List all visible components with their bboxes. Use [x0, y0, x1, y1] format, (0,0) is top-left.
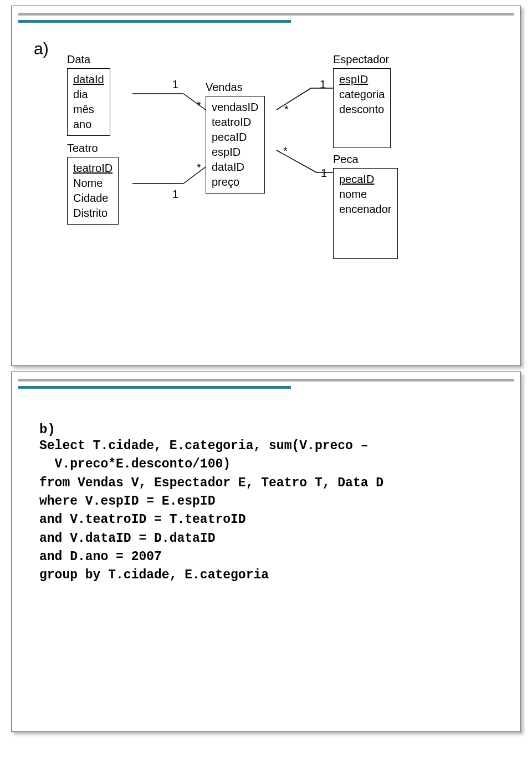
slide-accent-bars [18, 379, 514, 389]
entity-vendas-box: vendasID teatroID pecaID espID dataID pr… [206, 96, 265, 194]
entity-peca-title: Peca [333, 153, 398, 166]
attr: dataID [212, 160, 259, 175]
accent-bar-teal [18, 386, 291, 389]
card-peca-1: 1 [321, 167, 327, 180]
attr: Cidade [73, 191, 112, 206]
entity-peca: Peca pecaID nome encenador [333, 153, 398, 259]
attr: pecaID [339, 172, 392, 187]
attr: preço [212, 175, 259, 190]
entity-vendas-title: Vendas [206, 81, 265, 94]
card-esp-star: * [284, 103, 289, 116]
entity-espectador-title: Espectador [333, 53, 391, 66]
attr: espID [339, 72, 385, 87]
svg-line-6 [277, 150, 316, 172]
entity-peca-box: pecaID nome encenador [333, 168, 398, 259]
label-b: b) [39, 422, 493, 437]
attr: ano [73, 117, 104, 132]
card-teatro-star: * [197, 161, 201, 174]
card-peca-star: * [283, 145, 288, 157]
attr: nome [339, 187, 392, 202]
attr: teatroID [212, 115, 259, 130]
entity-teatro: Teatro teatroID Nome Cidade Distrito [67, 142, 119, 225]
er-diagram: Data dataId dia mês ano Teatro teatroID … [12, 23, 520, 344]
entity-espectador: Espectador espID categoria desconto [333, 53, 391, 148]
svg-line-1 [183, 94, 206, 110]
accent-bar-gray [18, 13, 514, 16]
entity-teatro-title: Teatro [67, 142, 119, 155]
slide-sql: b) Select T.cidade, E.categoria, sum(V.p… [11, 372, 521, 732]
entity-teatro-box: teatroID Nome Cidade Distrito [67, 157, 119, 225]
card-teatro-1: 1 [172, 188, 178, 201]
attr: vendasID [212, 100, 259, 115]
attr: teatroID [73, 161, 112, 176]
slide-er-diagram: a) Data dataId dia mês ano [11, 6, 521, 366]
attr: mês [73, 102, 104, 117]
attr: encenador [339, 202, 392, 217]
attr: desconto [339, 102, 385, 117]
attr: categoria [339, 87, 385, 102]
entity-espectador-box: espID categoria desconto [333, 68, 391, 148]
attr: dataId [73, 72, 104, 87]
accent-bar-gray [18, 379, 514, 382]
entity-data-title: Data [67, 53, 110, 66]
attr: Distrito [73, 206, 112, 221]
slide-accent-bars [12, 6, 520, 23]
entity-data-box: dataId dia mês ano [67, 68, 110, 136]
svg-line-3 [183, 167, 206, 184]
attr: pecaID [212, 130, 259, 145]
sql-query: Select T.cidade, E.categoria, sum(V.prec… [39, 437, 493, 585]
attr: dia [73, 87, 104, 102]
entity-vendas: Vendas vendasID teatroID pecaID espID da… [206, 81, 265, 194]
card-data-star: * [197, 99, 201, 112]
entity-data: Data dataId dia mês ano [67, 53, 110, 136]
attr: espID [212, 145, 259, 160]
attr: Nome [73, 176, 112, 191]
card-data-1: 1 [172, 78, 178, 91]
card-esp-1: 1 [320, 78, 326, 91]
svg-line-4 [277, 88, 311, 110]
